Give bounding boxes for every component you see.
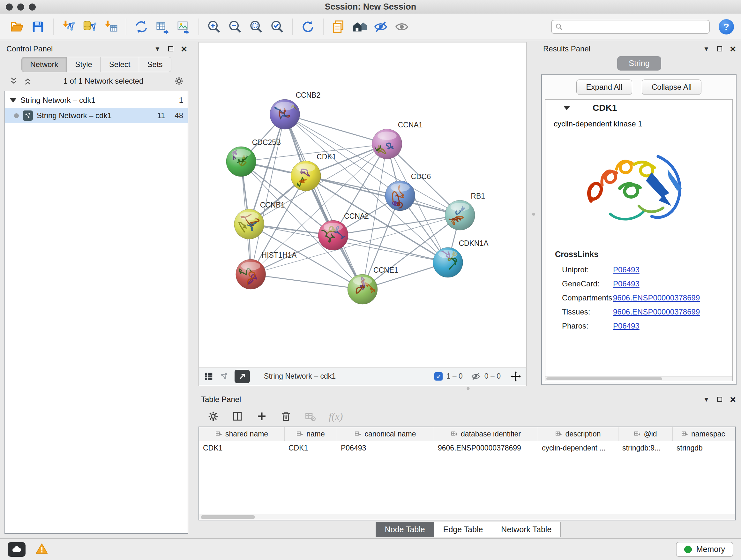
export-image-button[interactable] (174, 17, 193, 37)
network-overview-icon[interactable] (219, 372, 229, 381)
tab-network[interactable]: Network (21, 57, 67, 72)
expand-all-icon[interactable] (23, 76, 32, 86)
node-CCNB2[interactable]: CCNB2 (270, 91, 321, 129)
node-RB1[interactable]: RB1 (445, 192, 485, 230)
node-CDK1[interactable]: CDK1 (291, 152, 336, 193)
panel-menu-icon[interactable]: ▼ (154, 45, 161, 53)
birdseye-grid-icon[interactable] (204, 372, 213, 381)
horizontal-scrollbar[interactable] (545, 376, 732, 381)
edge-CCNA2-CDKN1A[interactable] (333, 235, 448, 262)
help-button[interactable]: ? (719, 19, 734, 35)
tab-node-table[interactable]: Node Table (376, 522, 434, 537)
horizontal-splitter[interactable] (199, 386, 738, 391)
collection-expand-icon[interactable] (10, 98, 17, 103)
column-header--id[interactable]: @id (618, 427, 673, 441)
close-panel-icon[interactable]: × (730, 44, 736, 54)
table-cell[interactable]: 9606.ENSP00000378699 (434, 441, 538, 455)
float-panel-icon[interactable] (716, 395, 724, 403)
collapse-all-button[interactable]: Collapse All (642, 79, 701, 95)
column-header-description[interactable]: description (538, 427, 618, 441)
tissues-link[interactable]: 9606.ENSP00000378699 (613, 307, 700, 316)
show-graphics-details-button[interactable] (392, 17, 412, 37)
search-input[interactable] (566, 23, 706, 31)
zoom-fit-button[interactable] (246, 17, 266, 37)
gear-icon[interactable] (174, 76, 184, 86)
node-CDKN1A[interactable]: CDKN1A (433, 239, 489, 277)
column-header-namespac[interactable]: namespac (673, 427, 734, 441)
hidden-eye-slash-icon[interactable] (471, 372, 481, 381)
node-CCNB1[interactable]: CCNB1 (234, 201, 285, 239)
column-header-canonical-name[interactable]: canonical name (337, 427, 434, 441)
clear-table-icon[interactable] (305, 411, 316, 422)
tab-select[interactable]: Select (101, 57, 139, 72)
tab-edge-table[interactable]: Edge Table (434, 522, 492, 537)
open-session-button[interactable] (7, 17, 27, 37)
network-canvas[interactable]: CCNB2CCNA1CDC25BCDK1CDC6RB1CCNB1CCNA2CDK… (199, 43, 526, 368)
table-cell[interactable]: cyclin-dependent ... (538, 441, 618, 455)
table-cell[interactable]: CDK1 (285, 441, 337, 455)
clone-network-button[interactable] (131, 17, 151, 37)
import-table-button[interactable] (101, 17, 121, 37)
home-button[interactable] (350, 17, 369, 37)
move-crosshair-icon[interactable] (510, 371, 521, 382)
network-collection-row[interactable]: String Network – cdk1 1 (5, 92, 188, 108)
table-cell[interactable]: CDK1 (199, 441, 285, 455)
pharos-link[interactable]: P06493 (613, 321, 639, 330)
import-network-file-button[interactable] (59, 17, 78, 37)
save-session-button[interactable] (28, 17, 48, 37)
close-panel-icon[interactable]: × (730, 394, 736, 405)
show-columns-icon[interactable] (232, 411, 243, 422)
genecard-link[interactable]: P06493 (613, 279, 639, 288)
protein-section-header[interactable]: CDK1 (545, 100, 732, 116)
network-graph[interactable]: CCNB2CCNA1CDC25BCDK1CDC6RB1CCNB1CCNA2CDK… (199, 43, 526, 368)
search-field[interactable] (551, 20, 710, 34)
table-cell[interactable]: P06493 (337, 441, 434, 455)
minimize-window-button[interactable] (17, 3, 24, 10)
table-row[interactable]: CDK1CDK1P064939606.ENSP00000378699cyclin… (199, 441, 735, 455)
edge-CDK1-RB1[interactable] (306, 176, 460, 215)
table-settings-gear-icon[interactable] (207, 411, 219, 422)
uniprot-link[interactable]: P06493 (613, 265, 639, 274)
edge-CCNB2-CCNA1[interactable] (285, 114, 387, 144)
node-CCNA1[interactable]: CCNA1 (372, 121, 423, 161)
network-row[interactable]: String Network – cdk1 11 48 (5, 108, 188, 123)
import-network-database-button[interactable] (80, 17, 99, 37)
compartments-link[interactable]: 9606.ENSP00000378699 (613, 294, 700, 302)
expand-all-button[interactable]: Expand All (576, 79, 632, 95)
table-horizontal-scrollbar[interactable] (199, 514, 735, 520)
tab-string[interactable]: String (617, 56, 661, 71)
close-window-button[interactable] (6, 3, 13, 10)
zoom-selected-button[interactable] (267, 17, 287, 37)
panel-menu-icon[interactable]: ▼ (703, 396, 710, 403)
column-header-shared-name[interactable]: shared name (199, 427, 285, 441)
export-table-button[interactable] (152, 17, 172, 37)
vertical-splitter[interactable] (527, 42, 541, 386)
edge-CCNB2-CCNE1[interactable] (285, 114, 362, 289)
edge-HIST1H1A-CCNE1[interactable] (251, 274, 362, 289)
copy-button[interactable] (329, 17, 348, 37)
panel-menu-icon[interactable]: ▼ (703, 45, 710, 53)
cloud-button[interactable] (8, 542, 25, 557)
section-expand-icon[interactable] (563, 106, 570, 110)
tab-sets[interactable]: Sets (139, 57, 172, 72)
zoom-in-button[interactable] (204, 17, 224, 37)
tab-network-table[interactable]: Network Table (492, 522, 561, 537)
column-header-database-identifier[interactable]: database identifier (434, 427, 538, 441)
close-panel-icon[interactable]: × (181, 44, 187, 54)
node-CDC6[interactable]: CDC6 (385, 172, 431, 211)
zoom-out-button[interactable] (225, 17, 245, 37)
column-header-name[interactable]: name (285, 427, 337, 441)
float-panel-icon[interactable] (167, 45, 175, 53)
table-cell[interactable]: stringdb (673, 441, 734, 455)
warnings-button[interactable] (35, 542, 49, 557)
table-cell[interactable]: stringdb:9... (618, 441, 673, 455)
delete-column-icon[interactable] (280, 411, 292, 422)
float-panel-icon[interactable] (716, 45, 724, 53)
memory-button[interactable]: Memory (676, 542, 733, 557)
hide-graphics-details-button[interactable] (371, 17, 391, 37)
node-CCNE1[interactable]: CCNE1 (347, 266, 398, 304)
refresh-button[interactable] (298, 17, 318, 37)
selected-checkbox-icon[interactable] (434, 372, 443, 381)
function-builder-button[interactable]: f(x) (329, 411, 343, 422)
maximize-window-button[interactable] (29, 3, 36, 10)
